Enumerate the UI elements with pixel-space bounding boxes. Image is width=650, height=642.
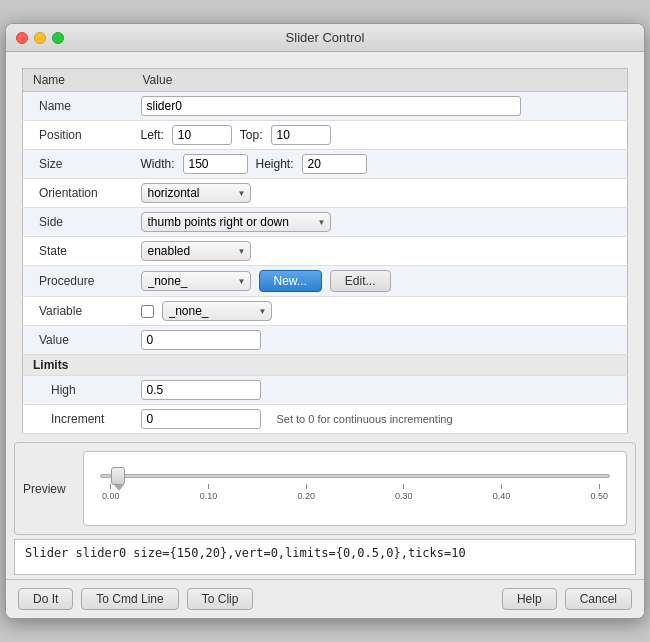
tick-3: 0.30 [395, 484, 413, 501]
properties-table: Name Value Name Position Left [22, 68, 628, 434]
height-input[interactable] [302, 154, 367, 174]
table-row: High [23, 376, 628, 405]
preview-section: Preview 0.00 0.10 0.20 [14, 442, 636, 535]
procedure-select[interactable]: _none_ [141, 271, 251, 291]
tick-line [403, 484, 404, 489]
variable-checkbox[interactable] [141, 305, 154, 318]
tick-label: 0.20 [297, 491, 315, 501]
tick-label: 0.40 [493, 491, 511, 501]
variable-checkbox-wrapper [141, 305, 154, 318]
table-row: Position Left: Top: [23, 121, 628, 150]
help-button[interactable]: Help [502, 588, 557, 610]
side-select-wrapper: thumb points right or down thumb points … [141, 212, 331, 232]
bottom-bar: Do It To Cmd Line To Clip Help Cancel [6, 579, 644, 618]
table-row: Size Width: Height: [23, 150, 628, 179]
traffic-lights [16, 32, 64, 44]
name-input[interactable] [141, 96, 521, 116]
left-label: Left: [141, 128, 164, 142]
new-button[interactable]: New... [259, 270, 322, 292]
value-cell [133, 326, 628, 355]
state-select-wrapper: enabled disabled [141, 241, 251, 261]
table-row: Value [23, 326, 628, 355]
high-input[interactable] [141, 380, 261, 400]
tick-2: 0.20 [297, 484, 315, 501]
top-input[interactable] [271, 125, 331, 145]
state-cell: enabled disabled [133, 237, 628, 266]
tick-line [599, 484, 600, 489]
tick-line [306, 484, 307, 489]
side-cell: thumb points right or down thumb points … [133, 208, 628, 237]
table-row: Side thumb points right or down thumb po… [23, 208, 628, 237]
cancel-button[interactable]: Cancel [565, 588, 632, 610]
table-row: Variable _none_ [23, 297, 628, 326]
size-label: Size [23, 150, 133, 179]
window-title: Slider Control [286, 30, 365, 45]
limits-section-label: Limits [23, 355, 628, 376]
edit-button[interactable]: Edit... [330, 270, 391, 292]
main-window: Slider Control Name Value Name [5, 23, 645, 619]
slider-thumb[interactable] [111, 467, 125, 485]
procedure-label: Procedure [23, 266, 133, 297]
orientation-label: Orientation [23, 179, 133, 208]
variable-label: Variable [23, 297, 133, 326]
do-it-button[interactable]: Do It [18, 588, 73, 610]
tick-line [110, 484, 111, 489]
width-label: Width: [141, 157, 175, 171]
tick-label: 0.50 [590, 491, 608, 501]
slider-track [100, 474, 610, 478]
table-row: Procedure _none_ New... Edit... [23, 266, 628, 297]
table-row: State enabled disabled [23, 237, 628, 266]
increment-label: Increment [23, 405, 133, 434]
state-select[interactable]: enabled disabled [141, 241, 251, 261]
code-section: Slider slider0 size={150,20},vert=0,limi… [14, 539, 636, 575]
value-label: Value [23, 326, 133, 355]
width-input[interactable] [183, 154, 248, 174]
to-clip-button[interactable]: To Clip [187, 588, 254, 610]
increment-cell: Set to 0 for continuous incrementing [133, 405, 628, 434]
preview-slider-container: 0.00 0.10 0.20 0.30 0.40 [83, 451, 627, 526]
procedure-select-wrapper: _none_ [141, 271, 251, 291]
size-cell: Width: Height: [133, 150, 628, 179]
minimize-button[interactable] [34, 32, 46, 44]
tick-1: 0.10 [200, 484, 218, 501]
state-label: State [23, 237, 133, 266]
to-cmd-line-button[interactable]: To Cmd Line [81, 588, 178, 610]
orientation-select[interactable]: horizontal vertical [141, 183, 251, 203]
tick-label: 0.10 [200, 491, 218, 501]
variable-select-wrapper: _none_ [162, 301, 272, 321]
titlebar: Slider Control [6, 24, 644, 52]
orientation-cell: horizontal vertical [133, 179, 628, 208]
position-label: Position [23, 121, 133, 150]
tick-label: 0.30 [395, 491, 413, 501]
close-button[interactable] [16, 32, 28, 44]
code-text: Slider slider0 size={150,20},vert=0,limi… [25, 546, 466, 560]
increment-input[interactable] [141, 409, 261, 429]
high-label: High [23, 376, 133, 405]
height-label: Height: [256, 157, 294, 171]
variable-cell: _none_ [133, 297, 628, 326]
tick-4: 0.40 [493, 484, 511, 501]
variable-select[interactable]: _none_ [162, 301, 272, 321]
increment-note: Set to 0 for continuous incrementing [277, 413, 453, 425]
col-header-value: Value [133, 69, 628, 92]
table-row: Orientation horizontal vertical [23, 179, 628, 208]
col-header-name: Name [23, 69, 133, 92]
tick-marks: 0.00 0.10 0.20 0.30 0.40 [100, 484, 610, 501]
name-cell [133, 92, 628, 121]
top-label: Top: [240, 128, 263, 142]
name-label: Name [23, 92, 133, 121]
maximize-button[interactable] [52, 32, 64, 44]
left-input[interactable] [172, 125, 232, 145]
table-row: Increment Set to 0 for continuous increm… [23, 405, 628, 434]
procedure-cell: _none_ New... Edit... [133, 266, 628, 297]
tick-5: 0.50 [590, 484, 608, 501]
side-select[interactable]: thumb points right or down thumb points … [141, 212, 331, 232]
orientation-select-wrapper: horizontal vertical [141, 183, 251, 203]
limits-section-row: Limits [23, 355, 628, 376]
tick-line [208, 484, 209, 489]
tick-label: 0.00 [102, 491, 120, 501]
value-input[interactable] [141, 330, 261, 350]
position-cell: Left: Top: [133, 121, 628, 150]
tick-line [501, 484, 502, 489]
preview-label: Preview [23, 482, 73, 496]
